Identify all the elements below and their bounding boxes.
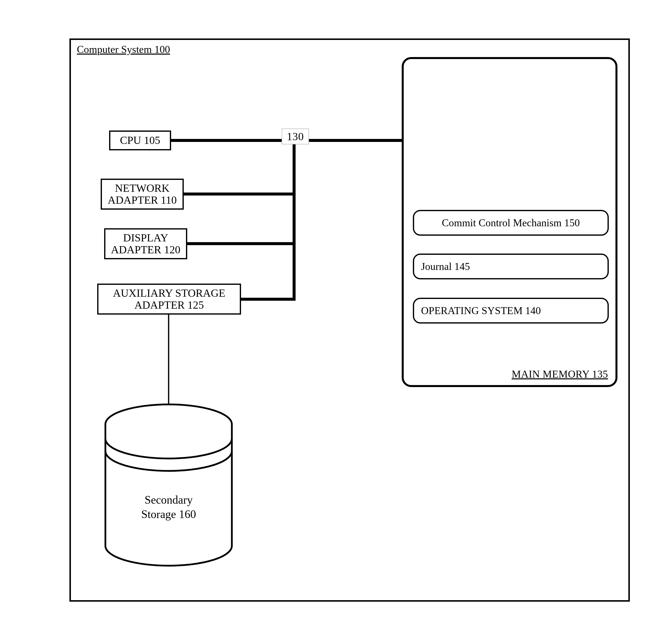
- operating-system-label: OPERATING SYSTEM 140: [421, 305, 541, 317]
- aux-storage-adapter-label: AUXILIARY STORAGE ADAPTER 125: [113, 287, 225, 311]
- cpu-box: CPU 105: [109, 131, 171, 150]
- operating-system-box: OPERATING SYSTEM 140: [413, 298, 609, 323]
- aux-storage-adapter-box: AUXILIARY STORAGE ADAPTER 125: [97, 284, 241, 315]
- commit-control-label: Commit Control Mechanism 150: [442, 217, 580, 229]
- journal-box: Journal 145: [413, 253, 609, 279]
- commit-control-box: Commit Control Mechanism 150: [413, 210, 609, 236]
- diagram-title: Computer System 100: [77, 43, 170, 55]
- display-adapter-label: DISPLAY ADAPTER 120: [111, 232, 181, 255]
- journal-label: Journal 145: [421, 261, 470, 272]
- network-adapter-box: NETWORK ADAPTER 110: [101, 179, 184, 210]
- display-adapter-box: DISPLAY ADAPTER 120: [104, 228, 187, 259]
- bus-label: 130: [282, 129, 309, 144]
- network-adapter-label: NETWORK ADAPTER 110: [108, 182, 177, 206]
- main-memory-title: MAIN MEMORY 135: [512, 368, 608, 380]
- cpu-label: CPU 105: [120, 135, 160, 146]
